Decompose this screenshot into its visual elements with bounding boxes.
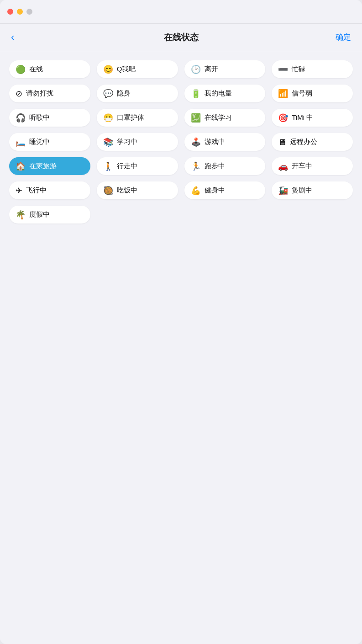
status-item-study-online[interactable]: 💹在线学习 — [184, 109, 266, 127]
status-item-vacation[interactable]: 🌴度假中 — [9, 206, 90, 224]
traffic-lights — [7, 9, 32, 15]
main-window: ‹ 在线状态 确定 🟢在线😊Q我吧🕑离开➖忙碌⊘请勿打扰💬隐身🔋我的电量📶信号弱… — [0, 0, 362, 644]
studying-label: 学习中 — [117, 138, 137, 146]
flying-label: 飞行中 — [26, 186, 47, 195]
driving-label: 开车中 — [292, 162, 312, 170]
gaming-icon: 🕹️ — [191, 138, 201, 146]
home-travel-label: 在家旅游 — [29, 162, 57, 170]
status-item-driving[interactable]: 🚗开车中 — [272, 157, 353, 175]
q-me-icon: 😊 — [103, 65, 113, 74]
status-item-mask[interactable]: 😷口罩护体 — [97, 109, 178, 127]
status-item-studying[interactable]: 📚学习中 — [97, 133, 178, 151]
confirm-button[interactable]: 确定 — [336, 32, 351, 43]
status-item-timi[interactable]: 🎯TiMi 中 — [272, 109, 353, 127]
close-button[interactable] — [7, 9, 13, 15]
status-item-watching[interactable]: 🚂煲剧中 — [272, 181, 353, 199]
eating-label: 吃饭中 — [117, 186, 137, 195]
vacation-label: 度假中 — [29, 210, 50, 219]
music-icon: 🎧 — [16, 114, 26, 122]
online-icon: 🟢 — [16, 65, 26, 74]
study-online-label: 在线学习 — [205, 113, 232, 122]
content-area: 🟢在线😊Q我吧🕑离开➖忙碌⊘请勿打扰💬隐身🔋我的电量📶信号弱🎧听歌中😷口罩护体💹… — [0, 51, 362, 352]
status-item-gaming[interactable]: 🕹️游戏中 — [184, 133, 266, 151]
timi-label: TiMi 中 — [292, 113, 313, 122]
busy-label: 忙碌 — [292, 65, 305, 74]
timi-icon: 🎯 — [278, 114, 288, 122]
sleeping-label: 睡觉中 — [29, 138, 50, 146]
back-button[interactable]: ‹ — [11, 32, 14, 43]
watching-label: 煲剧中 — [292, 186, 312, 195]
driving-icon: 🚗 — [278, 162, 288, 170]
status-item-sleeping[interactable]: 🛏️睡觉中 — [9, 133, 90, 151]
away-icon: 🕑 — [191, 65, 201, 74]
eating-icon: 🥘 — [103, 186, 113, 195]
mask-label: 口罩护体 — [117, 113, 144, 122]
mask-icon: 😷 — [103, 114, 113, 122]
maximize-button[interactable] — [26, 9, 32, 15]
status-item-invisible[interactable]: 💬隐身 — [97, 85, 178, 102]
status-item-music[interactable]: 🎧听歌中 — [9, 109, 90, 127]
gaming-label: 游戏中 — [205, 138, 225, 146]
invisible-icon: 💬 — [103, 90, 113, 98]
fitness-icon: 💪 — [191, 186, 201, 195]
walking-label: 行走中 — [117, 162, 137, 170]
running-label: 跑步中 — [205, 162, 225, 170]
status-item-eating[interactable]: 🥘吃饭中 — [97, 181, 178, 199]
fitness-label: 健身中 — [205, 186, 225, 195]
page-title: 在线状态 — [164, 32, 199, 43]
online-label: 在线 — [29, 65, 43, 74]
sleeping-icon: 🛏️ — [16, 138, 26, 146]
status-item-busy[interactable]: ➖忙碌 — [272, 60, 353, 78]
vacation-icon: 🌴 — [16, 211, 26, 219]
battery-label: 我的电量 — [205, 89, 232, 98]
no-disturb-label: 请勿打扰 — [26, 89, 53, 98]
status-item-running[interactable]: 🏃跑步中 — [184, 157, 266, 175]
battery-icon: 🔋 — [191, 90, 201, 98]
status-item-online[interactable]: 🟢在线 — [9, 60, 90, 78]
away-label: 离开 — [205, 65, 218, 74]
minimize-button[interactable] — [17, 9, 23, 15]
status-item-weak-signal[interactable]: 📶信号弱 — [272, 85, 353, 102]
status-grid: 🟢在线😊Q我吧🕑离开➖忙碌⊘请勿打扰💬隐身🔋我的电量📶信号弱🎧听歌中😷口罩护体💹… — [9, 60, 353, 224]
status-item-no-disturb[interactable]: ⊘请勿打扰 — [9, 85, 90, 102]
status-item-q-me[interactable]: 😊Q我吧 — [97, 60, 178, 78]
status-item-fitness[interactable]: 💪健身中 — [184, 181, 266, 199]
watching-icon: 🚂 — [278, 186, 288, 195]
status-item-away[interactable]: 🕑离开 — [184, 60, 266, 78]
status-item-walking[interactable]: 🚶行走中 — [97, 157, 178, 175]
remote-work-label: 远程办公 — [290, 138, 317, 146]
titlebar — [0, 0, 362, 24]
weak-signal-icon: 📶 — [278, 90, 288, 98]
remote-work-icon: 🖥 — [278, 138, 286, 146]
status-item-battery[interactable]: 🔋我的电量 — [184, 85, 266, 102]
home-travel-icon: 🏠 — [16, 162, 26, 170]
q-me-label: Q我吧 — [117, 65, 136, 74]
running-icon: 🏃 — [191, 162, 201, 170]
flying-icon: ✈ — [16, 186, 22, 195]
music-label: 听歌中 — [29, 113, 50, 122]
busy-icon: ➖ — [278, 65, 288, 74]
status-item-home-travel[interactable]: 🏠在家旅游 — [9, 157, 90, 175]
empty-area — [0, 352, 362, 644]
no-disturb-icon: ⊘ — [16, 90, 22, 98]
invisible-label: 隐身 — [117, 89, 131, 98]
studying-icon: 📚 — [103, 138, 113, 146]
walking-icon: 🚶 — [103, 162, 113, 170]
weak-signal-label: 信号弱 — [292, 89, 312, 98]
status-item-flying[interactable]: ✈飞行中 — [9, 181, 90, 199]
header: ‹ 在线状态 确定 — [0, 24, 362, 51]
status-item-remote-work[interactable]: 🖥远程办公 — [272, 133, 353, 151]
study-online-icon: 💹 — [191, 114, 201, 122]
